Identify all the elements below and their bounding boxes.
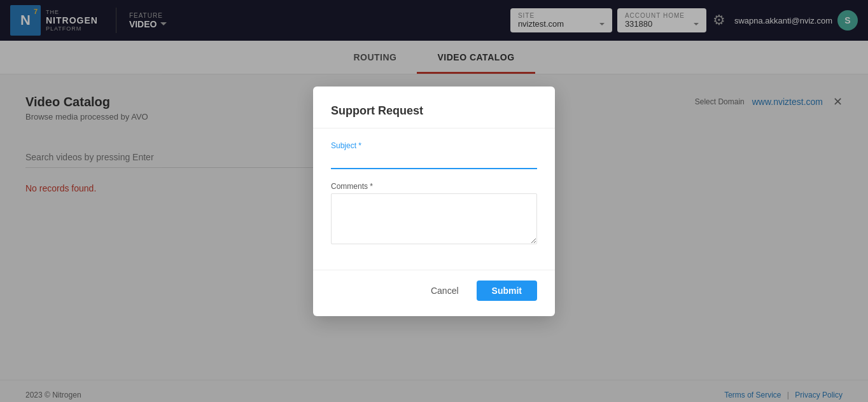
cancel-button[interactable]: Cancel [421, 281, 469, 301]
submit-button[interactable]: Submit [477, 281, 537, 301]
modal-footer: Cancel Submit [313, 270, 555, 316]
comments-field: Comments * [331, 182, 537, 247]
modal-title: Support Request [331, 104, 537, 118]
modal-header: Support Request [313, 87, 555, 128]
comments-label: Comments * [331, 182, 537, 191]
modal-overlay: Support Request Subject Comments * Cance… [0, 0, 868, 402]
support-request-modal: Support Request Subject Comments * Cance… [313, 87, 555, 316]
subject-field: Subject [331, 141, 537, 169]
modal-body: Subject Comments * [313, 128, 555, 270]
subject-label: Subject [331, 141, 537, 150]
subject-input[interactable] [331, 153, 537, 169]
comments-textarea[interactable] [331, 193, 537, 244]
